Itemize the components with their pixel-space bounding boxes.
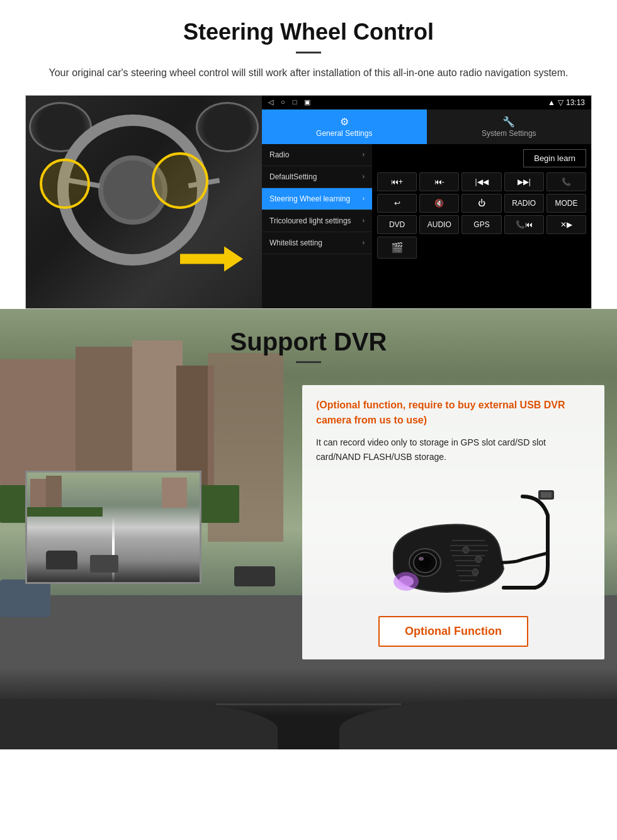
ctrl-btn-phone[interactable]: 📞 bbox=[546, 172, 586, 191]
steering-title: Steering Wheel Control bbox=[25, 19, 592, 45]
svg-point-8 bbox=[475, 556, 482, 563]
chevron-radio-icon: › bbox=[363, 151, 365, 158]
chevron-tricoloured-icon: › bbox=[363, 217, 365, 224]
dvr-section: Support DVR bbox=[0, 309, 617, 749]
menu-tricoloured-label: Tricoloured light settings bbox=[269, 216, 351, 225]
svg-point-20 bbox=[399, 576, 414, 587]
system-icon: 🔧 bbox=[502, 116, 515, 128]
status-bar-left: ◁ ○ □ ▣ bbox=[268, 98, 310, 106]
gear-icon: ⚙ bbox=[340, 116, 349, 128]
menu-whitelist-label: Whitelist setting bbox=[269, 238, 322, 247]
ctrl-btn-dvd[interactable]: DVD bbox=[377, 215, 417, 234]
svg-point-9 bbox=[472, 569, 478, 575]
nav-menu-icon: ▣ bbox=[304, 98, 310, 106]
menu-item-radio[interactable]: Radio › bbox=[262, 144, 372, 166]
dvr-title-area: Support DVR bbox=[0, 309, 617, 372]
dashcam-car-mid bbox=[90, 555, 118, 573]
nav-home-icon: ○ bbox=[281, 98, 285, 106]
tab-general-label: General Settings bbox=[316, 129, 372, 138]
ctrl-btn-mute[interactable]: 🔇 bbox=[419, 194, 459, 213]
begin-learn-button[interactable]: Begin learn bbox=[523, 149, 586, 167]
dashcam-hedge bbox=[27, 507, 103, 517]
tab-system-settings[interactable]: 🔧 System Settings bbox=[427, 109, 592, 144]
dvr-optional-title: (Optional function, require to buy exter… bbox=[316, 398, 591, 428]
optional-function-button[interactable]: Optional Function bbox=[378, 616, 528, 647]
menu-item-steering-wheel[interactable]: Steering Wheel learning › bbox=[262, 188, 372, 210]
gauge-right bbox=[196, 102, 259, 152]
ctrl-btn-radio[interactable]: RADIO bbox=[504, 194, 544, 213]
dvr-camera-image bbox=[316, 478, 591, 603]
steering-section: Steering Wheel Control Your original car… bbox=[0, 0, 617, 309]
chevron-steering-icon: › bbox=[363, 195, 365, 202]
steering-description: Your original car's steering wheel contr… bbox=[25, 65, 592, 81]
yellow-arrow bbox=[180, 247, 243, 272]
menu-item-tricoloured[interactable]: Tricoloured light settings › bbox=[262, 210, 372, 232]
ctrl-btn-next[interactable]: ▶▶| bbox=[504, 172, 544, 191]
dashcam-inset bbox=[25, 471, 201, 584]
ctrl-btn-mode[interactable]: MODE bbox=[546, 194, 586, 213]
begin-learn-row: Begin learn bbox=[377, 149, 586, 167]
dashcam-building-2 bbox=[46, 476, 62, 510]
tab-system-label: System Settings bbox=[482, 129, 536, 138]
ctrl-btn-back[interactable]: ↩ bbox=[377, 194, 417, 213]
ctrl-btn-audio[interactable]: AUDIO bbox=[419, 215, 459, 234]
highlight-circle-right bbox=[152, 152, 208, 209]
ctrl-btn-phone-next[interactable]: ✕▶ bbox=[546, 215, 586, 234]
svg-point-6 bbox=[419, 557, 424, 561]
chevron-defaultsetting-icon: › bbox=[363, 173, 365, 180]
dvr-title: Support DVR bbox=[0, 328, 617, 356]
ctrl-btn-phone-prev[interactable]: 📞⏮ bbox=[504, 215, 544, 234]
dashcam-car-left bbox=[46, 551, 77, 569]
ctrl-btn-power[interactable]: ⏻ bbox=[461, 194, 501, 213]
tab-bar: ⚙ General Settings 🔧 System Settings bbox=[262, 109, 591, 144]
control-buttons-grid: ⏮+ ⏮- |◀◀ ▶▶| 📞 ↩ 🔇 ⏻ RADIO MODE DVD AUD… bbox=[377, 172, 586, 259]
nav-recents-icon: □ bbox=[293, 98, 297, 106]
svg-rect-1 bbox=[541, 492, 552, 498]
menu-item-default-setting[interactable]: DefaultSetting › bbox=[262, 166, 372, 188]
screenshot-composite: ◁ ○ □ ▣ ▲ ▽ 13:13 ⚙ General Settings bbox=[25, 95, 592, 309]
highlight-circle-left bbox=[40, 159, 90, 209]
time-display: 13:13 bbox=[566, 98, 585, 107]
ctrl-btn-vol-down[interactable]: ⏮- bbox=[419, 172, 459, 191]
ctrl-btn-vol-up[interactable]: ⏮+ bbox=[377, 172, 417, 191]
nav-back-icon: ◁ bbox=[268, 98, 273, 106]
ctrl-btn-extra[interactable]: 🎬 bbox=[377, 237, 417, 259]
status-bar-right: ▲ ▽ 13:13 bbox=[548, 98, 585, 107]
dvr-left-panel bbox=[13, 385, 290, 660]
android-panel: ◁ ○ □ ▣ ▲ ▽ 13:13 ⚙ General Settings bbox=[262, 96, 591, 308]
menu-defaultsetting-label: DefaultSetting bbox=[269, 172, 317, 181]
menu-item-whitelist[interactable]: Whitelist setting › bbox=[262, 232, 372, 254]
wifi-icon: ▽ bbox=[558, 98, 563, 107]
menu-radio-label: Radio bbox=[269, 150, 289, 159]
steering-wheel-panel bbox=[26, 96, 262, 309]
steering-title-divider bbox=[296, 52, 321, 53]
main-content: Radio › DefaultSetting › Steering Wheel … bbox=[262, 144, 591, 308]
signal-icon: ▲ bbox=[548, 98, 555, 107]
menu-steering-label: Steering Wheel learning bbox=[269, 194, 350, 203]
status-bar: ◁ ○ □ ▣ ▲ ▽ 13:13 bbox=[262, 96, 591, 109]
ctrl-btn-gps[interactable]: GPS bbox=[461, 215, 501, 234]
dvr-camera-svg bbox=[346, 478, 560, 603]
tab-general-settings[interactable]: ⚙ General Settings bbox=[262, 109, 427, 144]
dashcam-building-3 bbox=[162, 478, 187, 508]
dashcam-road bbox=[27, 473, 200, 582]
dvr-content: (Optional function, require to buy exter… bbox=[0, 385, 617, 660]
dvr-info-box: (Optional function, require to buy exter… bbox=[302, 385, 604, 660]
left-menu: Radio › DefaultSetting › Steering Wheel … bbox=[262, 144, 372, 308]
ctrl-btn-prev[interactable]: |◀◀ bbox=[461, 172, 501, 191]
dvr-description: It can record video only to storage in G… bbox=[316, 435, 591, 466]
dvr-title-divider bbox=[296, 361, 321, 363]
right-panel: Begin learn ⏮+ ⏮- |◀◀ ▶▶| 📞 ↩ 🔇 ⏻ RADIO … bbox=[372, 144, 591, 308]
chevron-whitelist-icon: › bbox=[363, 239, 365, 246]
